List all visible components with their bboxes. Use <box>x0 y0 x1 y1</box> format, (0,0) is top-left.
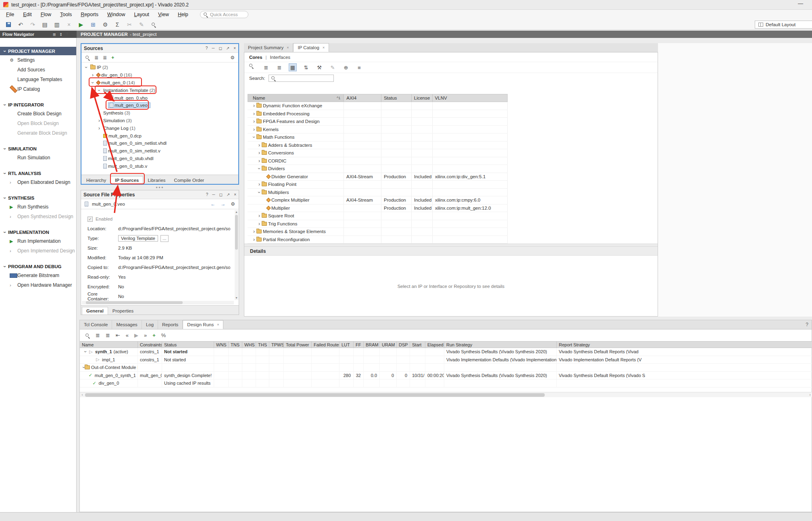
close-icon[interactable]: × <box>323 46 325 50</box>
expander-icon[interactable]: › <box>252 119 256 124</box>
catalog-row[interactable]: › Adders & Subtracters <box>248 142 508 150</box>
toolbar-button[interactable]: ⚙ <box>100 20 110 29</box>
search-icon[interactable] <box>249 63 257 71</box>
catalog-row[interactable]: › Partial Reconfiguration <box>248 236 508 244</box>
tab-cores[interactable]: Cores <box>249 55 262 60</box>
expand-all-icon[interactable]: ≣ <box>106 332 110 338</box>
help-icon[interactable]: ? <box>806 322 808 327</box>
layout-selector[interactable]: Default Layout <box>755 21 812 29</box>
bottom-tab[interactable]: Log × <box>142 320 158 329</box>
column-header-total-power[interactable]: Total Power <box>284 342 312 348</box>
scroll-up-icon[interactable]: ▲ <box>235 210 238 214</box>
gear-icon[interactable]: ⚙ <box>230 55 235 60</box>
workspace-tab[interactable]: IP Catalog × <box>293 43 329 52</box>
source-tree-item[interactable]: mult_gen_0.vho <box>81 94 238 102</box>
search-icon[interactable] <box>85 55 90 60</box>
expander-icon[interactable]: › <box>252 111 256 116</box>
expander-icon[interactable]: › <box>257 166 262 171</box>
column-header-axi4[interactable]: AXI4 <box>344 94 381 102</box>
flow-item[interactable]: › Open Hardware Manager <box>0 280 76 290</box>
expander-icon[interactable]: › <box>90 73 95 77</box>
flow-item[interactable]: ⚙ Settings <box>0 55 76 65</box>
add-sources-icon[interactable]: + <box>111 55 114 60</box>
toolbar-button[interactable] <box>3 20 14 29</box>
taxonomy-icon[interactable]: ▦ <box>289 63 297 71</box>
toolbar-button[interactable]: ▤ <box>40 20 50 29</box>
run-row[interactable]: › Out-of-Context Module Runs <box>80 364 812 372</box>
flow-item[interactable]: Generate Block Design <box>0 128 76 138</box>
sources-tab[interactable]: Compile Order <box>170 177 208 184</box>
source-tree-item[interactable]: mult_gen_0.veo <box>81 102 238 109</box>
catalog-row[interactable]: › Square Root <box>248 212 508 220</box>
minimize-icon[interactable]: ─ <box>212 46 214 50</box>
stop-icon[interactable]: ■ <box>355 63 363 71</box>
column-header-start[interactable]: Start <box>410 342 425 348</box>
add-repository-icon[interactable]: ⊕ <box>342 63 350 71</box>
splitter-handle[interactable]: ●●● <box>81 185 239 189</box>
column-header-vlnv[interactable]: VLNV <box>433 94 507 102</box>
enabled-checkbox[interactable]: ✓ <box>87 217 93 222</box>
run-row[interactable]: ✓ div_gen_0 Using cached IP results <box>80 379 812 388</box>
dock-icon[interactable]: ≣ <box>53 32 56 37</box>
toolbar-button[interactable]: ⊞ <box>88 20 98 29</box>
catalog-row[interactable]: › Floating Point <box>248 181 508 189</box>
expander-icon[interactable]: › <box>252 135 256 140</box>
float-icon[interactable]: ◻ <box>219 192 222 197</box>
flow-item[interactable]: › Open Implemented Design <box>0 246 76 256</box>
collapse-all-icon[interactable]: ≣ <box>262 63 270 71</box>
sources-tab[interactable]: Hierarchy <box>82 177 110 184</box>
column-header-status[interactable]: Status <box>381 94 412 102</box>
sources-tab[interactable]: IP Sources <box>110 176 143 184</box>
flow-section-header[interactable]: › SYNTHESIS <box>0 194 76 202</box>
source-tree-item[interactable]: › mult_gen_0 (14) <box>81 79 238 87</box>
expander-icon[interactable]: › <box>257 190 262 195</box>
vertical-scrollbar[interactable]: ▲ ▼ <box>235 210 238 300</box>
catalog-row[interactable]: Complex Multiplier AXI4-Stream Productio… <box>248 196 508 204</box>
expander-icon[interactable]: › <box>252 103 256 108</box>
expander-icon[interactable]: › <box>252 229 256 234</box>
expander-icon[interactable]: › <box>97 126 102 131</box>
source-tree-item[interactable]: mult_gen_0_stub.vhdl <box>81 155 238 163</box>
expander-icon[interactable]: › <box>257 150 262 155</box>
column-header-run-strategy[interactable]: Run Strategy <box>444 342 557 348</box>
expander-icon[interactable]: › <box>257 221 262 226</box>
column-header-status[interactable]: Status <box>162 342 214 348</box>
flow-item[interactable]: Create Block Design <box>0 109 76 119</box>
expand-all-icon[interactable]: ≣ <box>275 63 283 71</box>
help-icon[interactable]: ? <box>66 32 68 37</box>
toolbar-button[interactable]: ↷ <box>27 20 38 29</box>
toolbar-button[interactable]: ▥ <box>52 20 62 29</box>
expander-icon[interactable]: › <box>257 182 262 187</box>
help-icon[interactable]: ? <box>206 192 208 197</box>
flow-item[interactable]: › Open Synthesized Design <box>0 212 76 221</box>
toolbar-button[interactable] <box>148 20 159 29</box>
toolbar-button[interactable]: ✎ <box>136 20 147 29</box>
maximize-icon[interactable]: ↗ <box>227 192 230 197</box>
source-tree-item[interactable]: › Instantiation Template (2) <box>81 86 238 94</box>
expander-icon[interactable]: › <box>257 158 262 163</box>
expander-icon[interactable]: › <box>97 88 102 93</box>
flow-item[interactable]: Language Templates <box>0 75 76 84</box>
edit-icon[interactable]: ✎ <box>329 63 337 71</box>
catalog-row[interactable]: › Dynamic Function eXchange <box>248 102 508 110</box>
column-header-ff[interactable]: FF <box>354 342 364 348</box>
toolbar-button[interactable]: × <box>64 20 74 29</box>
quick-access-search[interactable]: Quick Access <box>200 11 248 18</box>
scroll-left-icon[interactable]: ‹ <box>80 392 85 398</box>
menu-item[interactable]: Flow <box>36 10 56 19</box>
gear-icon[interactable]: ⚙ <box>231 201 235 207</box>
forward-step-icon[interactable]: » <box>144 332 147 338</box>
expander-icon[interactable]: › <box>257 213 262 218</box>
expand-all-icon[interactable]: ≣ <box>103 55 107 60</box>
column-header-failed-routes[interactable]: Failed Routes <box>312 342 339 348</box>
minimize-icon[interactable]: ─ <box>71 32 74 37</box>
sources-tab[interactable]: Libraries <box>144 177 169 184</box>
flow-item[interactable]: Open Block Design <box>0 119 76 128</box>
flow-item[interactable]: Run Simulation <box>0 153 76 163</box>
back-icon[interactable]: ← <box>210 201 215 207</box>
menu-item[interactable]: Edit <box>19 10 36 19</box>
source-tree-item[interactable]: › div_gen_0 (16) <box>81 71 238 79</box>
run-row[interactable]: › ▷ synth_1 (active) constrs_1 Not start… <box>80 348 812 356</box>
bottom-tab[interactable]: Reports × <box>158 320 183 329</box>
column-header-elapsed[interactable]: Elapsed <box>425 342 444 348</box>
